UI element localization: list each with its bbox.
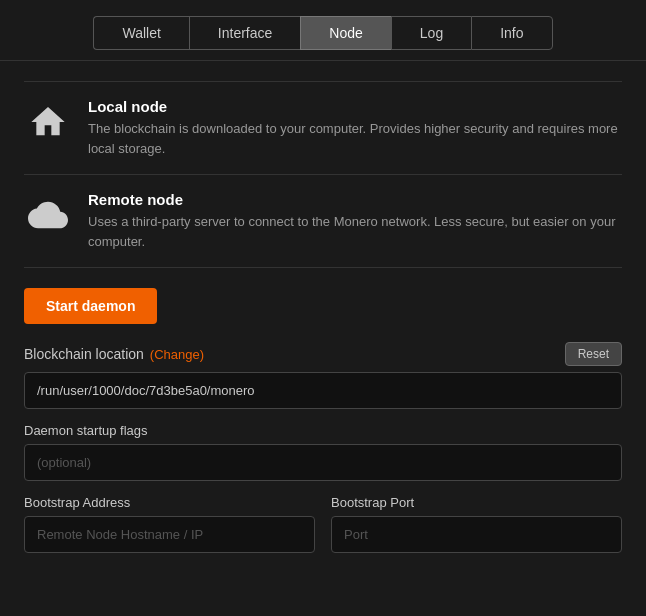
blockchain-location-row: Blockchain location (Change) Reset bbox=[24, 342, 622, 366]
tab-interface[interactable]: Interface bbox=[189, 16, 300, 50]
bootstrap-port-label: Bootstrap Port bbox=[331, 495, 622, 510]
blockchain-location-label: Blockchain location (Change) bbox=[24, 346, 204, 362]
local-node-icon bbox=[24, 98, 72, 146]
tab-node[interactable]: Node bbox=[300, 16, 390, 50]
daemon-flags-field: Daemon startup flags bbox=[24, 423, 622, 481]
local-node-description: The blockchain is downloaded to your com… bbox=[88, 119, 622, 158]
remote-node-text: Remote node Uses a third-party server to… bbox=[88, 191, 622, 251]
remote-node-option[interactable]: Remote node Uses a third-party server to… bbox=[24, 175, 622, 268]
tab-wallet[interactable]: Wallet bbox=[93, 16, 188, 50]
tab-info[interactable]: Info bbox=[471, 16, 552, 50]
bootstrap-address-label: Bootstrap Address bbox=[24, 495, 315, 510]
remote-node-title: Remote node bbox=[88, 191, 622, 208]
bootstrap-port-field: Bootstrap Port bbox=[331, 495, 622, 553]
daemon-flags-label: Daemon startup flags bbox=[24, 423, 622, 438]
local-node-title: Local node bbox=[88, 98, 622, 115]
local-node-option[interactable]: Local node The blockchain is downloaded … bbox=[24, 81, 622, 175]
remote-node-icon bbox=[24, 191, 72, 239]
tab-log[interactable]: Log bbox=[391, 16, 471, 50]
daemon-flags-input[interactable] bbox=[24, 444, 622, 481]
tab-bar: Wallet Interface Node Log Info bbox=[0, 0, 646, 61]
blockchain-location-text: Blockchain location bbox=[24, 346, 144, 362]
bootstrap-address-field: Bootstrap Address bbox=[24, 495, 315, 553]
bootstrap-address-input[interactable] bbox=[24, 516, 315, 553]
remote-node-description: Uses a third-party server to connect to … bbox=[88, 212, 622, 251]
bootstrap-row: Bootstrap Address Bootstrap Port bbox=[24, 495, 622, 567]
blockchain-location-field: Blockchain location (Change) Reset bbox=[24, 342, 622, 409]
local-node-text: Local node The blockchain is downloaded … bbox=[88, 98, 622, 158]
reset-button[interactable]: Reset bbox=[565, 342, 622, 366]
main-content: Local node The blockchain is downloaded … bbox=[0, 61, 646, 587]
start-daemon-button[interactable]: Start daemon bbox=[24, 288, 157, 324]
blockchain-change-link[interactable]: (Change) bbox=[150, 347, 204, 362]
blockchain-location-input[interactable] bbox=[24, 372, 622, 409]
bootstrap-port-input[interactable] bbox=[331, 516, 622, 553]
